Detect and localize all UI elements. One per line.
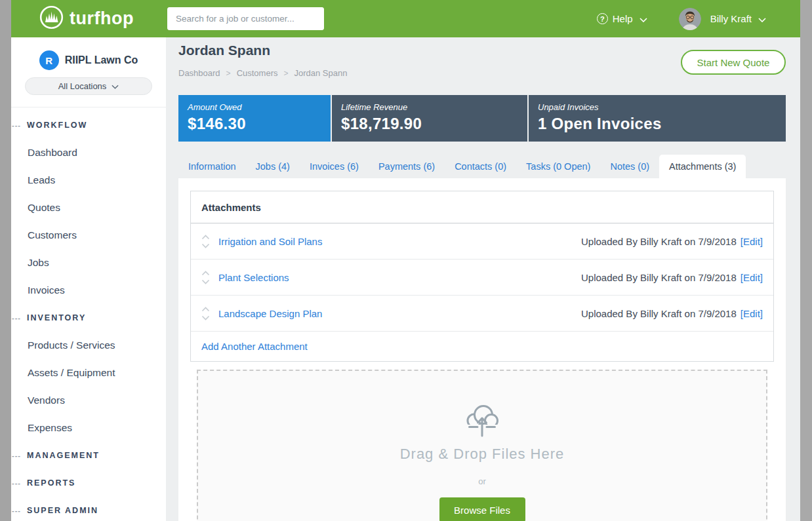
page-title: Jordan Spann — [178, 43, 270, 58]
section-dashes-icon: --- — [11, 452, 27, 459]
tab-attachments[interactable]: Attachments (3) — [659, 155, 746, 178]
edit-link[interactable]: [Edit] — [741, 236, 763, 247]
user-avatar[interactable] — [679, 8, 701, 30]
sidebar-item-jobs[interactable]: Jobs — [11, 249, 166, 277]
brand-wordmark: turfhop — [70, 9, 134, 29]
reorder-chevrons-icon[interactable] — [201, 235, 210, 248]
locations-dropdown[interactable]: All Locations — [25, 77, 152, 95]
main-content: Jordan Spann Dashboard > Customers > Jor… — [178, 37, 786, 521]
reorder-chevrons-icon[interactable] — [201, 307, 210, 320]
cloud-upload-icon — [198, 401, 766, 440]
sidebar-section-workflow[interactable]: --- WORKFLOW — [11, 111, 166, 139]
attachment-meta: Uploaded By Billy Kraft on 7/9/2018 — [581, 236, 737, 247]
tab-payments[interactable]: Payments (6) — [369, 155, 445, 178]
stat-value: $18,719.90 — [341, 115, 527, 133]
stat-label: Amount Owed — [188, 102, 331, 112]
sidebar-item-customers[interactable]: Customers — [11, 222, 166, 249]
sidebar-section-inventory[interactable]: --- INVENTORY — [11, 304, 166, 332]
stat-lifetime-revenue: Lifetime Revenue $18,719.90 — [332, 95, 527, 142]
add-attachment-row: Add Another Attachment — [191, 332, 773, 361]
attachment-link[interactable]: Landscape Design Plan — [218, 308, 322, 319]
sidebar-item-leads[interactable]: Leads — [11, 166, 166, 194]
edit-link[interactable]: [Edit] — [741, 272, 763, 283]
file-dropzone[interactable]: Drag & Drop Files Here or Browse Files — [197, 370, 767, 521]
tab-bar: Information Jobs (4) Invoices (6) Paymen… — [178, 155, 786, 178]
chevron-right-icon: > — [283, 69, 288, 78]
stat-unpaid-invoices: Unpaid Invoices 1 Open Invoices — [529, 95, 786, 142]
chevron-down-icon[interactable] — [758, 13, 766, 25]
browse-files-button[interactable]: Browse Files — [439, 497, 525, 521]
org-avatar: R — [39, 50, 59, 70]
dropzone-title: Drag & Drop Files Here — [198, 446, 766, 463]
section-dashes-icon: --- — [11, 479, 27, 487]
sidebar: R RIIPL Lawn Co All Locations --- WORKFL… — [11, 37, 166, 521]
chevron-down-icon — [112, 81, 119, 91]
left-edge-strip — [0, 0, 11, 521]
chevron-down-icon — [639, 13, 647, 24]
attachments-card: Attachments Irrigation and Soil Plans Up… — [190, 191, 774, 362]
sidebar-section-management[interactable]: --- MANAGEMENT — [11, 442, 166, 469]
breadcrumb-current: Jordan Spann — [294, 68, 348, 78]
tab-tasks[interactable]: Tasks (0 Open) — [516, 155, 600, 178]
sidebar-section-reports[interactable]: --- REPORTS — [11, 469, 166, 497]
sidebar-item-products-services[interactable]: Products / Services — [11, 332, 166, 359]
sidebar-item-assets-equipment[interactable]: Assets / Equipment — [11, 359, 166, 387]
sidebar-section-super-admin[interactable]: --- SUPER ADMIN — [11, 497, 166, 521]
org-block: R RIIPL Lawn Co All Locations — [11, 37, 166, 107]
section-dashes-icon: --- — [11, 507, 27, 514]
sidebar-item-invoices[interactable]: Invoices — [11, 277, 166, 304]
breadcrumb: Dashboard > Customers > Jordan Spann — [178, 68, 347, 78]
turfhop-grass-icon — [39, 5, 64, 32]
help-label: Help — [613, 13, 633, 24]
sidebar-menu: --- WORKFLOW Dashboard Leads Quotes Cust… — [11, 107, 166, 521]
right-edge-strip — [800, 0, 812, 521]
sidebar-item-quotes[interactable]: Quotes — [11, 194, 166, 222]
sidebar-item-expenses[interactable]: Expenses — [11, 414, 166, 442]
tab-information[interactable]: Information — [178, 155, 246, 178]
reorder-chevrons-icon[interactable] — [201, 271, 210, 284]
tab-contacts[interactable]: Contacts (0) — [445, 155, 516, 178]
attachment-row: Irrigation and Soil Plans Uploaded By Bi… — [191, 223, 773, 260]
attachments-card-title: Attachments — [191, 191, 773, 223]
stat-value: $146.30 — [188, 115, 331, 133]
section-dashes-icon: --- — [11, 121, 27, 129]
stat-label: Lifetime Revenue — [341, 102, 527, 112]
locations-label: All Locations — [58, 81, 107, 91]
attachment-row: Plant Selections Uploaded By Billy Kraft… — [191, 260, 773, 296]
user-name[interactable]: Billy Kraft — [710, 13, 752, 24]
help-menu[interactable]: ? Help — [597, 13, 647, 24]
edit-link[interactable]: [Edit] — [741, 308, 763, 319]
stats-bar: Amount Owed $146.30 Lifetime Revenue $18… — [178, 95, 786, 142]
org-name: RIIPL Lawn Co — [65, 54, 138, 66]
help-question-icon: ? — [597, 13, 608, 24]
tab-invoices[interactable]: Invoices (6) — [300, 155, 369, 178]
top-navbar: turfhop ? Help Billy Kraft — [11, 0, 800, 37]
breadcrumb-customers[interactable]: Customers — [237, 68, 278, 78]
attachments-panel: Attachments Irrigation and Soil Plans Up… — [178, 178, 786, 521]
dropzone-or-label: or — [198, 476, 766, 486]
attachment-meta: Uploaded By Billy Kraft on 7/9/2018 — [581, 308, 737, 319]
search-input[interactable] — [167, 7, 324, 30]
sidebar-item-dashboard[interactable]: Dashboard — [11, 139, 166, 166]
attachment-row: Landscape Design Plan Uploaded By Billy … — [191, 296, 773, 332]
breadcrumb-dashboard[interactable]: Dashboard — [178, 68, 220, 78]
start-new-quote-button[interactable]: Start New Quote — [681, 50, 786, 75]
stat-label: Unpaid Invoices — [538, 102, 786, 112]
section-dashes-icon: --- — [11, 314, 27, 322]
attachment-meta: Uploaded By Billy Kraft on 7/9/2018 — [581, 272, 737, 283]
add-another-attachment-link[interactable]: Add Another Attachment — [201, 341, 308, 352]
stat-value: 1 Open Invoices — [538, 115, 786, 133]
tab-jobs[interactable]: Jobs (4) — [246, 155, 300, 178]
tab-notes[interactable]: Notes (0) — [600, 155, 659, 178]
turfhop-logo[interactable]: turfhop — [39, 5, 134, 32]
stat-amount-owed: Amount Owed $146.30 — [178, 95, 331, 142]
chevron-right-icon: > — [226, 69, 231, 78]
sidebar-item-vendors[interactable]: Vendors — [11, 387, 166, 414]
attachment-link[interactable]: Plant Selections — [218, 272, 289, 283]
attachment-link[interactable]: Irrigation and Soil Plans — [218, 236, 322, 247]
